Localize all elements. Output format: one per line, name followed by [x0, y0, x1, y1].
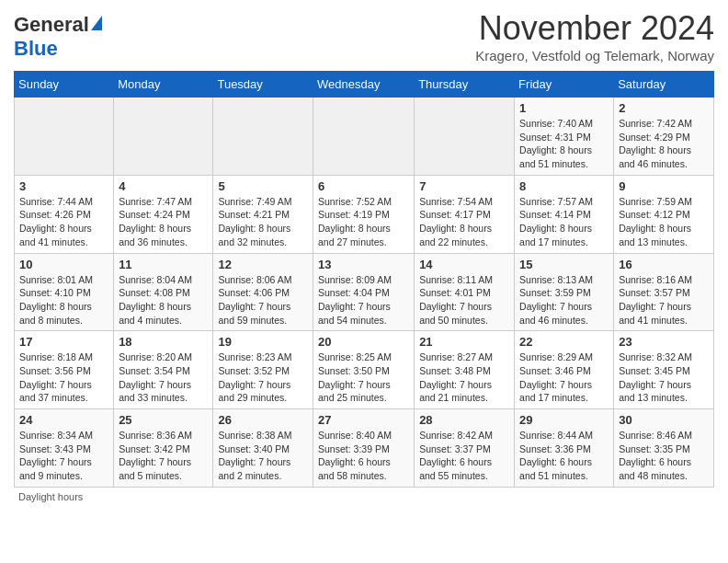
day-info: Sunrise: 8:42 AM Sunset: 3:37 PM Dayligh…: [419, 429, 509, 483]
day-info: Sunrise: 7:57 AM Sunset: 4:14 PM Dayligh…: [519, 195, 609, 249]
day-number: 24: [19, 413, 108, 427]
title-area: November 2024 Kragero, Vestfold og Telem…: [475, 9, 714, 63]
calendar-cell: 11Sunrise: 8:04 AM Sunset: 4:08 PM Dayli…: [114, 253, 213, 331]
calendar-cell: 3Sunrise: 7:44 AM Sunset: 4:26 PM Daylig…: [15, 175, 114, 253]
day-number: 13: [318, 258, 409, 271]
day-info: Sunrise: 8:06 AM Sunset: 4:06 PM Dayligh…: [218, 273, 308, 327]
calendar-cell: 29Sunrise: 8:44 AM Sunset: 3:36 PM Dayli…: [515, 409, 614, 488]
calendar-cell: 1Sunrise: 7:40 AM Sunset: 4:31 PM Daylig…: [515, 98, 614, 176]
day-info: Sunrise: 8:44 AM Sunset: 3:36 PM Dayligh…: [519, 429, 609, 483]
day-info: Sunrise: 8:18 AM Sunset: 3:56 PM Dayligh…: [19, 350, 108, 405]
calendar-cell: 8Sunrise: 7:57 AM Sunset: 4:14 PM Daylig…: [515, 175, 614, 253]
day-info: Sunrise: 8:38 AM Sunset: 3:40 PM Dayligh…: [218, 429, 308, 483]
day-info: Sunrise: 7:40 AM Sunset: 4:31 PM Dayligh…: [519, 117, 609, 171]
calendar-cell: 15Sunrise: 8:13 AM Sunset: 3:59 PM Dayli…: [515, 253, 614, 331]
day-info: Sunrise: 7:52 AM Sunset: 4:19 PM Dayligh…: [318, 195, 409, 249]
calendar-week-row: 10Sunrise: 8:01 AM Sunset: 4:10 PM Dayli…: [15, 253, 714, 331]
day-number: 10: [19, 258, 108, 271]
day-number: 3: [19, 179, 108, 193]
day-number: 5: [218, 179, 308, 193]
day-number: 21: [419, 335, 509, 349]
calendar-cell: [15, 98, 114, 176]
header: General Blue November 2024 Kragero, Vest…: [14, 9, 714, 63]
weekday-header: Saturday: [614, 72, 714, 98]
calendar-cell: 22Sunrise: 8:29 AM Sunset: 3:46 PM Dayli…: [515, 331, 614, 409]
calendar-cell: 13Sunrise: 8:09 AM Sunset: 4:04 PM Dayli…: [313, 253, 415, 331]
day-info: Sunrise: 7:59 AM Sunset: 4:12 PM Dayligh…: [619, 195, 709, 249]
weekday-header: Wednesday: [313, 72, 415, 98]
day-info: Sunrise: 8:11 AM Sunset: 4:01 PM Dayligh…: [419, 273, 509, 327]
day-info: Sunrise: 7:44 AM Sunset: 4:26 PM Dayligh…: [19, 195, 108, 249]
day-number: 14: [419, 258, 509, 271]
calendar-cell: 24Sunrise: 8:34 AM Sunset: 3:43 PM Dayli…: [15, 409, 114, 488]
calendar-cell: 26Sunrise: 8:38 AM Sunset: 3:40 PM Dayli…: [213, 409, 313, 488]
calendar-cell: 4Sunrise: 7:47 AM Sunset: 4:24 PM Daylig…: [114, 175, 213, 253]
calendar-cell: 19Sunrise: 8:23 AM Sunset: 3:52 PM Dayli…: [213, 331, 313, 409]
day-info: Sunrise: 7:49 AM Sunset: 4:21 PM Dayligh…: [218, 195, 308, 249]
daylight-footer: Daylight hours: [14, 488, 714, 502]
logo-triangle: [91, 16, 102, 30]
calendar-cell: 28Sunrise: 8:42 AM Sunset: 3:37 PM Dayli…: [415, 409, 515, 488]
calendar-cell: 21Sunrise: 8:27 AM Sunset: 3:48 PM Dayli…: [415, 331, 515, 409]
calendar-week-row: 24Sunrise: 8:34 AM Sunset: 3:43 PM Dayli…: [15, 409, 714, 488]
day-number: 9: [619, 179, 709, 193]
calendar-cell: 30Sunrise: 8:46 AM Sunset: 3:35 PM Dayli…: [614, 409, 714, 488]
day-info: Sunrise: 7:47 AM Sunset: 4:24 PM Dayligh…: [119, 195, 208, 249]
calendar-week-row: 17Sunrise: 8:18 AM Sunset: 3:56 PM Dayli…: [15, 331, 714, 409]
day-number: 17: [19, 335, 108, 349]
logo: General Blue: [14, 9, 102, 61]
day-info: Sunrise: 8:09 AM Sunset: 4:04 PM Dayligh…: [318, 273, 409, 327]
weekday-header: Monday: [114, 72, 213, 98]
logo-blue: Blue: [14, 37, 58, 60]
weekday-header: Friday: [515, 72, 614, 98]
weekday-header: Thursday: [415, 72, 515, 98]
calendar-cell: 6Sunrise: 7:52 AM Sunset: 4:19 PM Daylig…: [313, 175, 415, 253]
day-number: 20: [318, 335, 409, 349]
day-info: Sunrise: 8:23 AM Sunset: 3:52 PM Dayligh…: [218, 350, 308, 405]
calendar-cell: 14Sunrise: 8:11 AM Sunset: 4:01 PM Dayli…: [415, 253, 515, 331]
calendar-cell: [114, 98, 213, 176]
weekday-header-row: SundayMondayTuesdayWednesdayThursdayFrid…: [15, 72, 714, 98]
day-info: Sunrise: 8:32 AM Sunset: 3:45 PM Dayligh…: [619, 350, 709, 405]
day-number: 19: [218, 335, 308, 349]
day-number: 15: [519, 258, 609, 271]
calendar-cell: 20Sunrise: 8:25 AM Sunset: 3:50 PM Dayli…: [313, 331, 415, 409]
calendar-table: SundayMondayTuesdayWednesdayThursdayFrid…: [14, 71, 714, 488]
calendar-cell: 12Sunrise: 8:06 AM Sunset: 4:06 PM Dayli…: [213, 253, 313, 331]
day-number: 8: [519, 179, 609, 193]
day-info: Sunrise: 7:42 AM Sunset: 4:29 PM Dayligh…: [619, 117, 709, 171]
day-number: 12: [218, 258, 308, 271]
day-info: Sunrise: 8:46 AM Sunset: 3:35 PM Dayligh…: [619, 429, 709, 483]
calendar-cell: 5Sunrise: 7:49 AM Sunset: 4:21 PM Daylig…: [213, 175, 313, 253]
day-info: Sunrise: 8:16 AM Sunset: 3:57 PM Dayligh…: [619, 273, 709, 327]
day-number: 22: [519, 335, 609, 349]
day-number: 1: [519, 101, 609, 115]
day-info: Sunrise: 8:27 AM Sunset: 3:48 PM Dayligh…: [419, 350, 509, 405]
calendar-cell: 27Sunrise: 8:40 AM Sunset: 3:39 PM Dayli…: [313, 409, 415, 488]
calendar-cell: 17Sunrise: 8:18 AM Sunset: 3:56 PM Dayli…: [15, 331, 114, 409]
day-info: Sunrise: 8:40 AM Sunset: 3:39 PM Dayligh…: [318, 429, 409, 483]
day-number: 11: [119, 258, 208, 271]
calendar-cell: 10Sunrise: 8:01 AM Sunset: 4:10 PM Dayli…: [15, 253, 114, 331]
calendar-cell: 2Sunrise: 7:42 AM Sunset: 4:29 PM Daylig…: [614, 98, 714, 176]
day-number: 16: [619, 258, 709, 271]
logo-general: General: [14, 13, 89, 37]
day-info: Sunrise: 8:25 AM Sunset: 3:50 PM Dayligh…: [318, 350, 409, 405]
day-number: 18: [119, 335, 208, 349]
calendar-cell: [213, 98, 313, 176]
daylight-label: Daylight hours: [18, 491, 83, 502]
day-number: 29: [519, 413, 609, 427]
calendar-cell: 16Sunrise: 8:16 AM Sunset: 3:57 PM Dayli…: [614, 253, 714, 331]
day-info: Sunrise: 8:01 AM Sunset: 4:10 PM Dayligh…: [19, 273, 108, 327]
calendar-cell: 18Sunrise: 8:20 AM Sunset: 3:54 PM Dayli…: [114, 331, 213, 409]
calendar-cell: 9Sunrise: 7:59 AM Sunset: 4:12 PM Daylig…: [614, 175, 714, 253]
subtitle: Kragero, Vestfold og Telemark, Norway: [475, 48, 714, 63]
day-number: 4: [119, 179, 208, 193]
day-info: Sunrise: 8:04 AM Sunset: 4:08 PM Dayligh…: [119, 273, 208, 327]
weekday-header: Sunday: [15, 72, 114, 98]
day-number: 30: [619, 413, 709, 427]
day-number: 25: [119, 413, 208, 427]
day-number: 23: [619, 335, 709, 349]
day-info: Sunrise: 8:34 AM Sunset: 3:43 PM Dayligh…: [19, 429, 108, 483]
calendar-cell: 25Sunrise: 8:36 AM Sunset: 3:42 PM Dayli…: [114, 409, 213, 488]
